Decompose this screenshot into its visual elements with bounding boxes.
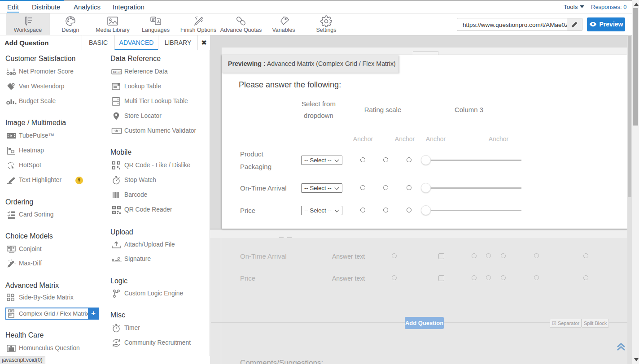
svg-text:5: 5: [13, 68, 15, 72]
svg-text:1: 1: [7, 68, 9, 72]
svg-text:#4122: #4122: [113, 70, 121, 74]
